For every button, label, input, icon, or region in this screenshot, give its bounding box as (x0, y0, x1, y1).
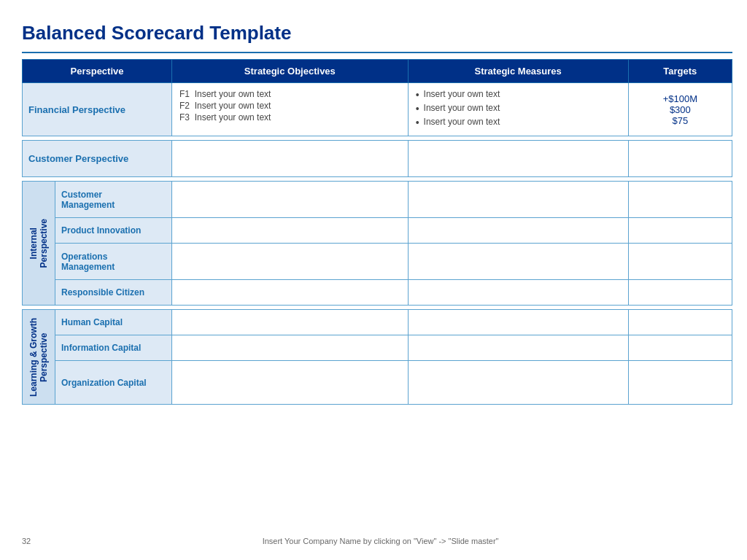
information-capital-targets (628, 335, 732, 361)
internal-responsible-citizen-row: Responsible Citizen (23, 280, 732, 306)
information-capital-objectives (172, 335, 409, 361)
human-capital-label: Human Capital (55, 310, 172, 335)
customer-perspective-label: Customer Perspective (23, 141, 172, 177)
product-innovation-label: Product Innovation (55, 218, 172, 244)
objective-f1: F1 Insert your own text (179, 89, 400, 99)
responsible-citizen-targets (628, 280, 732, 306)
organization-capital-measures (408, 361, 628, 405)
internal-customer-management-row: InternalPerspective CustomerManagement (23, 182, 732, 218)
header-strategic-measures: Strategic Measures (408, 60, 628, 83)
measure-3: • Insert your own text (416, 117, 621, 129)
responsible-citizen-measures (408, 280, 628, 306)
header-strategic-objectives: Strategic Objectives (172, 60, 409, 83)
operations-management-targets (628, 244, 732, 280)
financial-perspective-label: Financial Perspective (23, 83, 172, 136)
header-targets: Targets (628, 60, 732, 83)
learning-growth-perspective-label-cell: Learning & GrowthPerspective (23, 310, 55, 405)
responsible-citizen-objectives (172, 280, 409, 306)
financial-measures-cell: • Insert your own text • Insert your own… (408, 83, 628, 136)
human-capital-objectives (172, 310, 409, 335)
operations-management-objectives (172, 244, 409, 280)
customer-management-targets (628, 182, 732, 218)
page-title: Balanced Scorecard Template (22, 22, 732, 44)
title-divider (22, 52, 732, 53)
customer-management-measures (408, 182, 628, 218)
page-footer: 32 Insert Your Company Name by clicking … (22, 531, 732, 545)
information-capital-label: Information Capital (55, 335, 172, 361)
page-number: 32 (22, 537, 31, 545)
table-header-row: Perspective Strategic Objectives Strateg… (23, 60, 732, 83)
customer-objectives-cell (172, 141, 409, 177)
learning-organization-capital-row: Organization Capital (23, 361, 732, 405)
footer-text: Insert Your Company Name by clicking on … (263, 537, 499, 545)
objective-f2: F2 Insert your own text (179, 101, 400, 111)
human-capital-measures (408, 310, 628, 335)
organization-capital-objectives (172, 361, 409, 405)
financial-targets-cell: +$100M $300 $75 (628, 83, 732, 136)
product-innovation-measures (408, 218, 628, 244)
scorecard-table-wrapper: Perspective Strategic Objectives Strateg… (22, 59, 732, 531)
customer-targets-cell (628, 141, 732, 177)
measure-2: • Insert your own text (416, 103, 621, 115)
scorecard-table: Perspective Strategic Objectives Strateg… (22, 59, 732, 405)
information-capital-measures (408, 335, 628, 361)
learning-information-capital-row: Information Capital (23, 335, 732, 361)
objective-f3: F3 Insert your own text (179, 112, 400, 122)
organization-capital-targets (628, 361, 732, 405)
organization-capital-label: Organization Capital (55, 361, 172, 405)
human-capital-targets (628, 310, 732, 335)
page: Balanced Scorecard Template Perspective … (0, 0, 747, 560)
customer-row: Customer Perspective (23, 141, 732, 177)
customer-management-label: CustomerManagement (55, 182, 172, 218)
financial-objectives-cell: F1 Insert your own text F2 Insert your o… (172, 83, 409, 136)
internal-operations-management-row: OperationsManagement (23, 244, 732, 280)
customer-measures-cell (408, 141, 628, 177)
customer-management-objectives (172, 182, 409, 218)
operations-management-label: OperationsManagement (55, 244, 172, 280)
product-innovation-objectives (172, 218, 409, 244)
operations-management-measures (408, 244, 628, 280)
internal-product-innovation-row: Product Innovation (23, 218, 732, 244)
learning-human-capital-row: Learning & GrowthPerspective Human Capit… (23, 310, 732, 335)
header-perspective: Perspective (23, 60, 172, 83)
measure-1: • Insert your own text (416, 89, 621, 101)
financial-row: Financial Perspective F1 Insert your own… (23, 83, 732, 136)
responsible-citizen-label: Responsible Citizen (55, 280, 172, 306)
internal-perspective-label-cell: InternalPerspective (23, 182, 55, 306)
product-innovation-targets (628, 218, 732, 244)
